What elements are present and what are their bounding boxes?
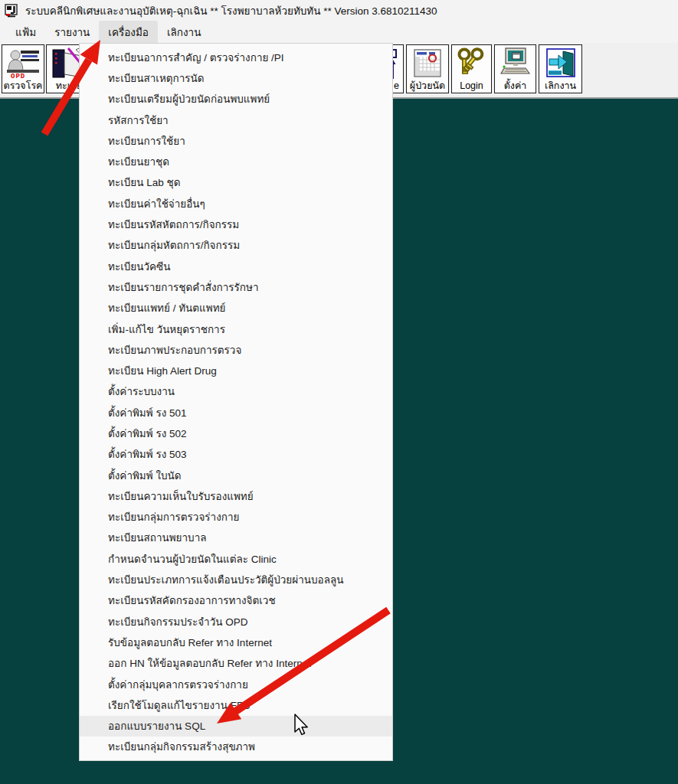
menu-item-label: เรียกใช้โมดูลแก้ไขรายงาน FR3 (108, 697, 250, 714)
menu-item-label: ทะเบียนกลุ่มหัตถการ/กิจกรรม (108, 237, 240, 253)
menu-item-label: รับข้อมูลตอบกลับ Refer ทาง Internet (108, 634, 272, 651)
menu-item[interactable]: ทะเบียน Lab ชุด (80, 172, 392, 193)
menu-item[interactable]: ทะเบียนกลุ่มการตรวจร่างกาย (80, 507, 392, 528)
menu-item[interactable]: ทะเบียนความเห็นใบรับรองแพทย์ (80, 485, 392, 506)
menu-item-label: ทะเบียนรายการชุดคำสั่งการรักษา (108, 279, 259, 296)
menu-item[interactable]: ทะเบียนสถานพยาบาล (80, 528, 392, 548)
menu-item-label: ทะเบียนความเห็นใบรับรองแพทย์ (108, 488, 254, 505)
toolbar-button-exit[interactable]: เลิกงาน (539, 44, 582, 93)
menu-item[interactable]: ทะเบียนรหัสหัตถการ/กิจกรรม (80, 214, 392, 234)
menu-item[interactable]: ทะเบียนประเภทการแจ้งเตือนประวัติผู้ป่วยผ… (80, 569, 392, 590)
menu-item-label: ตั้งค่ากลุ่มบุคลากรตรวจร่างกาย (108, 676, 248, 693)
appointment-calendar-icon (407, 46, 448, 80)
menu-item-label: ทะเบียนประเภทการแจ้งเตือนประวัติผู้ป่วยผ… (108, 571, 343, 588)
menu-item[interactable]: ทะเบียนวัคซีน (80, 256, 392, 276)
menu-item-label: ตั้งค่าพิมพ์ รง 502 (108, 425, 187, 442)
toolbar-button-label: Login (452, 80, 491, 92)
menu-item[interactable]: ทะเบียนยาชุด (80, 151, 392, 172)
menu-item-label: รหัสการใช้ยา (108, 112, 169, 129)
menu-item[interactable]: ทะเบียนแพทย์ / ทันตแพทย์ (80, 298, 392, 318)
menu-item[interactable]: ทะเบียน High Alert Drug (80, 360, 392, 381)
menu-item-label: ทะเบียนเตรียมผู้ป่วยนัดก่อนพบแพทย์ (108, 90, 270, 107)
menu-item-label: กำหนดจำนวนผู้ป่วยนัดในแต่ละ Clinic (108, 550, 277, 567)
menu-item[interactable]: ทะเบียนภาพประกอบการตรวจ (80, 339, 392, 360)
menu-file[interactable]: แฟ้ม (6, 21, 45, 44)
menu-item[interactable]: ทะเบียนค่าใช้จ่ายอื่นๆ (80, 193, 392, 214)
menu-item[interactable]: รหัสการใช้ยา (80, 109, 392, 130)
menu-item-label: ทะเบียนกลุ่มการตรวจร่างกาย (108, 508, 239, 525)
menu-item-label: ตั้งค่าพิมพ์ รง 503 (108, 446, 187, 462)
menu-item-label: ทะเบียนการใช้ยา (108, 132, 185, 149)
menu-item[interactable]: ทะเบียนกลุ่มกิจกรรมสร้างสุขภาพ (80, 737, 392, 757)
exit-door-icon (539, 46, 581, 80)
toolbar-button-examine[interactable]: OPD ตรวจโรค (2, 44, 44, 93)
menu-bar: แฟ้ม รายงาน เครื่องมือ เลิกงาน (0, 21, 678, 43)
menu-item-label: ทะเบียน Lab ชุด (108, 174, 180, 191)
menu-item-label: ทะเบียนภาพประกอบการตรวจ (108, 341, 241, 358)
menu-item[interactable]: ออก HN ให้ข้อมูลตอบกลับ Refer ทาง Intern… (80, 653, 392, 674)
menu-item[interactable]: ทะเบียนรหัสคัดกรองอาการทางจิตเวช (80, 590, 392, 611)
menu-item-label: ทะเบียนรหัสคัดกรองอาการทางจิตเวช (108, 592, 276, 609)
menu-item-label: ออกแบบรายงาน SQL (108, 717, 205, 734)
toolbar-button-label: ผู้ป่วยนัด (407, 80, 448, 92)
toolbar-button-label: ตั้งค่า (495, 80, 536, 92)
menu-item-label: ทะเบียนยาชุด (108, 153, 169, 170)
toolbar-button-appointments[interactable]: ผู้ป่วยนัด (406, 44, 449, 93)
window-title: ระบบคลีนิกพิเศษและงานอุบัติเหตุ-ฉุกเฉิน … (25, 2, 437, 19)
menu-item-label: ออก HN ให้ข้อมูลตอบกลับ Refer ทาง Intern… (108, 655, 311, 671)
menu-reports[interactable]: รายงาน (45, 21, 99, 44)
menu-item-label: เพิ่ม-แก้ไข วันหยุดราชการ (108, 321, 225, 338)
menu-item-label: ทะเบียนสาเหตุการนัด (108, 70, 205, 87)
menu-item-label: ทะเบียนวัคซีน (108, 258, 170, 275)
toolbar-button-settings[interactable]: ตั้งค่า (494, 44, 536, 93)
menu-item-label: ทะเบียนกลุ่มกิจกรรมสร้างสุขภาพ (108, 738, 255, 755)
menu-item-label: ตั้งค่าระบบงาน (108, 383, 175, 400)
menu-item-label: ทะเบียนสถานพยาบาล (108, 529, 207, 546)
menu-item-label: ตั้งค่าพิมพ์ รง 501 (108, 404, 187, 421)
menu-item[interactable]: เพิ่ม-แก้ไข วันหยุดราชการ (80, 318, 392, 339)
menu-item-label: ทะเบียนค่าใช้จ่ายอื่นๆ (108, 195, 205, 212)
menu-tools[interactable]: เครื่องมือ (99, 21, 158, 44)
menu-item[interactable]: ทะเบียนรายการชุดคำสั่งการรักษา (80, 276, 392, 297)
menu-item[interactable]: ตั้งค่าพิมพ์ รง 503 (80, 444, 392, 465)
menu-item[interactable]: ออกแบบรายงาน SQL (80, 716, 392, 737)
menu-item-label: ทะเบียนแพทย์ / ทันตแพทย์ (108, 299, 225, 316)
menu-item[interactable]: ทะเบียนเตรียมผู้ป่วยนัดก่อนพบแพทย์ (80, 89, 392, 109)
toolbar-button-label: เลิกงาน (539, 80, 581, 92)
app-icon (5, 3, 20, 18)
toolbar-button-login[interactable]: Login (451, 44, 492, 93)
menu-item[interactable]: รับข้อมูลตอบกลับ Refer ทาง Internet (80, 632, 392, 652)
opd-badge: OPD (11, 73, 25, 80)
menu-item-label: ทะเบียนกิจกรรมประจำวัน OPD (108, 613, 248, 630)
settings-computer-icon (495, 46, 536, 80)
menu-item-label: ตั้งค่าพิมพ์ ใบนัด (108, 467, 182, 484)
login-keys-icon (452, 46, 491, 80)
tools-dropdown-menu: ทะเบียนอาการสำคัญ / ตรวจร่างกาย /PI ทะเบ… (79, 43, 393, 761)
menu-item-label: ทะเบียน High Alert Drug (108, 362, 217, 379)
menu-item[interactable]: เรียกใช้โมดูลแก้ไขรายงาน FR3 (80, 694, 392, 715)
menu-item[interactable]: ทะเบียนอาการสำคัญ / ตรวจร่างกาย /PI (80, 47, 392, 67)
menu-exit[interactable]: เลิกงาน (158, 21, 210, 44)
menu-item[interactable]: ตั้งค่าระบบงาน (80, 381, 392, 402)
toolbar-button-label: ตรวจโรค (2, 80, 44, 92)
menu-item[interactable]: ตั้งค่าพิมพ์ รง 501 (80, 402, 392, 423)
doctor-exam-icon: OPD (2, 46, 44, 80)
menu-item[interactable]: ตั้งค่ากลุ่มบุคลากรตรวจร่างกาย (80, 674, 392, 694)
menu-item[interactable]: กำหนดจำนวนผู้ป่วยนัดในแต่ละ Clinic (80, 548, 392, 569)
title-bar: ระบบคลีนิกพิเศษและงานอุบัติเหตุ-ฉุกเฉิน … (0, 0, 678, 21)
menu-item[interactable]: ตั้งค่าพิมพ์ ใบนัด (80, 465, 392, 485)
menu-item-label: ทะเบียนรหัสหัตถการ/กิจกรรม (108, 216, 239, 233)
menu-item[interactable]: ทะเบียนการใช้ยา (80, 130, 392, 151)
menu-item[interactable]: ตั้งค่าพิมพ์ รง 502 (80, 423, 392, 443)
menu-item[interactable]: ทะเบียนสาเหตุการนัด (80, 67, 392, 88)
menu-item[interactable]: ทะเบียนกิจกรรมประจำวัน OPD (80, 611, 392, 632)
menu-item[interactable]: ทะเบียนกลุ่มหัตถการ/กิจกรรม (80, 235, 392, 256)
menu-item-label: ทะเบียนอาการสำคัญ / ตรวจร่างกาย /PI (108, 49, 284, 66)
